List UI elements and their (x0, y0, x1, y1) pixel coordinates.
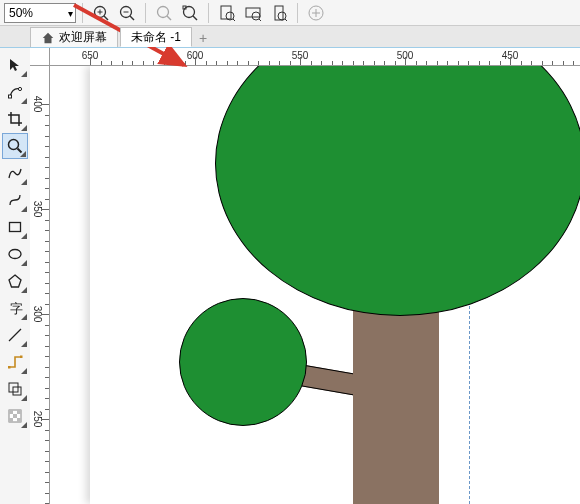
line-tool[interactable] (2, 322, 28, 348)
shape-small-circle[interactable] (179, 298, 307, 426)
toolbar-divider (208, 3, 209, 23)
canvas-area[interactable] (50, 66, 580, 504)
zoom-in-button[interactable] (89, 2, 113, 24)
vertical-ruler[interactable]: 400350300250200 (30, 66, 50, 504)
bezier-tool[interactable] (2, 187, 28, 213)
svg-text:字: 字 (10, 301, 23, 316)
svg-line-27 (18, 149, 22, 153)
new-tab-button[interactable]: + (194, 29, 212, 47)
ruler-container: 650600550500450400 400350300250200 (30, 48, 580, 504)
tab-document-1[interactable]: 未命名 -1 (120, 27, 192, 47)
chevron-down-icon: ▾ (68, 7, 73, 18)
svg-line-1 (104, 16, 108, 20)
svg-point-4 (121, 6, 132, 17)
new-doc-button (304, 2, 328, 24)
toolbar-divider (82, 3, 83, 23)
svg-point-19 (278, 12, 286, 20)
polygon-tool[interactable] (2, 268, 28, 294)
svg-rect-11 (183, 6, 186, 9)
svg-rect-41 (9, 418, 13, 422)
svg-rect-34 (20, 356, 23, 359)
svg-rect-42 (17, 418, 21, 422)
svg-rect-28 (10, 223, 21, 232)
zoom-width-button[interactable] (241, 2, 265, 24)
plus-icon: + (199, 30, 207, 46)
svg-line-14 (233, 19, 235, 21)
zoom-level-combo[interactable]: 50% ▾ (4, 3, 76, 23)
compound-tool[interactable] (2, 376, 28, 402)
svg-point-16 (252, 12, 260, 20)
top-toolbar: 50% ▾ (0, 0, 580, 26)
crop-tool[interactable] (2, 106, 28, 132)
svg-rect-18 (275, 6, 283, 20)
svg-marker-30 (9, 275, 21, 287)
svg-rect-36 (13, 387, 21, 395)
zoom-all-button[interactable] (178, 2, 202, 24)
svg-line-17 (259, 19, 261, 21)
text-tool[interactable]: 字 (2, 295, 28, 321)
svg-point-9 (184, 6, 195, 17)
svg-point-7 (158, 6, 169, 17)
zoom-selection-button (152, 2, 176, 24)
connector-tool[interactable] (2, 349, 28, 375)
freehand-tool[interactable] (2, 160, 28, 186)
zoom-out-button[interactable] (115, 2, 139, 24)
svg-line-8 (167, 16, 171, 20)
toolbox: 字 (0, 48, 30, 504)
svg-rect-39 (17, 410, 21, 414)
svg-point-25 (18, 87, 21, 90)
zoom-value-text: 50% (9, 6, 33, 20)
svg-line-10 (193, 16, 197, 20)
svg-point-26 (9, 140, 19, 150)
svg-line-5 (130, 16, 134, 20)
tab-label: 未命名 -1 (131, 29, 181, 46)
shape-tool[interactable] (2, 79, 28, 105)
svg-line-32 (9, 329, 21, 341)
workspace: 字 650600550500450400 400350300250200 (0, 48, 580, 504)
home-icon (41, 31, 55, 45)
document-tabs: 欢迎屏幕 未命名 -1 + (0, 26, 580, 48)
zoom-page-button[interactable] (215, 2, 239, 24)
svg-point-29 (9, 250, 21, 259)
shape-big-circle[interactable] (215, 66, 580, 316)
svg-point-0 (95, 6, 106, 17)
toolbar-divider (145, 3, 146, 23)
svg-rect-24 (9, 95, 12, 98)
svg-line-20 (285, 19, 287, 21)
pick-tool[interactable] (2, 52, 28, 78)
zoom-tool[interactable] (2, 133, 28, 159)
svg-point-13 (226, 12, 234, 20)
tab-welcome[interactable]: 欢迎屏幕 (30, 27, 118, 47)
svg-rect-40 (13, 414, 17, 418)
tab-label: 欢迎屏幕 (59, 29, 107, 46)
svg-point-21 (309, 6, 323, 20)
ruler-corner (30, 48, 50, 66)
toolbar-divider (297, 3, 298, 23)
transparency-tool[interactable] (2, 403, 28, 429)
svg-rect-15 (246, 8, 260, 17)
horizontal-ruler[interactable]: 650600550500450400 (50, 48, 580, 66)
ellipse-tool[interactable] (2, 241, 28, 267)
svg-rect-12 (221, 6, 231, 19)
svg-rect-38 (9, 410, 13, 414)
svg-rect-33 (8, 366, 11, 369)
zoom-height-button[interactable] (267, 2, 291, 24)
rectangle-tool[interactable] (2, 214, 28, 240)
canvas-page[interactable] (90, 66, 580, 504)
shape-trunk[interactable] (353, 301, 439, 504)
